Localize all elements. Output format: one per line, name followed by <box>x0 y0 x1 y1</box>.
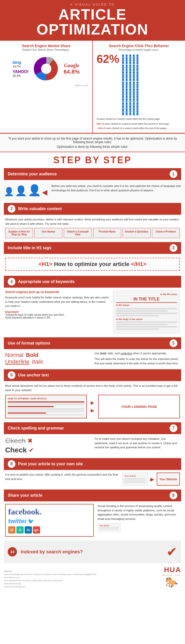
step4-content: Search engines pick up on keywords Keywo… <box>0 288 185 336</box>
step8-header: 8 Post your article to your own site <box>4 458 181 470</box>
step2-number: 2 <box>8 205 15 213</box>
anchor-bar-4 <box>8 408 84 409</box>
linkedin-icon: in <box>25 526 32 534</box>
anchor-article-box: HOW TO OPTIMIZE YOUR ARTICLE <box>5 395 87 418</box>
format-italic: Italic <box>32 358 43 365</box>
s9-line-2 <box>99 528 119 529</box>
twitter-row: twitter 🐦 <box>8 518 91 525</box>
bait-explain: Explain a How to/ Step by Step <box>5 228 33 238</box>
anchor-bar-2 <box>8 403 84 404</box>
header: A VISUAL GUIDE TO ARTICLE OPTIMIZATION <box>0 0 185 41</box>
step3-title: Include title in H1 tags <box>8 246 51 250</box>
header-title: ARTICLE OPTIMIZATION <box>5 7 180 37</box>
pie-labels-left: bing 14.7% YAHOO! 16.3% <box>13 60 29 77</box>
social-icons-row: @ S in g+ <box>8 526 91 534</box>
anchor-bar-3 <box>8 404 84 405</box>
step9-number: 9 <box>170 492 177 499</box>
sources-label: Sources <box>4 570 12 572</box>
x-icon: ✖ <box>27 437 33 444</box>
step6-title: Use anchor text <box>18 373 49 377</box>
bait-solve: Solve a Problem <box>152 228 180 238</box>
step8-title: Post your article to your own site <box>18 462 83 466</box>
step10-section: 10 Indexed by search engines? ✔ <box>4 540 181 563</box>
pie-chart-svg <box>31 53 62 84</box>
step9-body: Social Seeding is the process of showcas… <box>98 504 180 521</box>
art-line-1 <box>124 478 145 479</box>
step-banner-text: STEP BY STEP <box>3 155 182 166</box>
step4-left: Search engines pick up on keywords Keywo… <box>5 290 109 333</box>
source4: www.infovisual.org <box>4 582 21 585</box>
step7-header: Check spelling and grammar 7 <box>4 422 181 434</box>
anchor-bar-5 <box>8 409 84 410</box>
twitter-bird-icon: 🐦 <box>28 518 34 524</box>
pie-chart-area: bing 14.7% YAHOO! 16.3% <box>4 53 88 84</box>
keyword-line-8 <box>116 328 159 330</box>
market-share-subtitle: Explicit Core Search Share. Percentages. <box>4 48 88 51</box>
step4-number: 4 <box>8 278 15 286</box>
google-label: Google 64.8% <box>64 63 80 75</box>
spell-display: Ckech ✖ Check ✔ <box>5 437 91 454</box>
step1-title: Determine your audience <box>8 172 57 176</box>
step9-title: Share your article <box>8 493 42 498</box>
step10-title: Indexed by search engines? <box>21 549 83 555</box>
step6-header: 6 Use anchor text <box>4 369 181 381</box>
step8-left: It is time to publish your article. Afte… <box>5 473 118 486</box>
ctr-subtitle: Percentage of search engine users. <box>97 48 181 51</box>
step4-body: Keywords aren't only helpful for better … <box>5 295 109 308</box>
step5-text: Use bold, italic, and underline when it … <box>95 352 180 365</box>
step3-content: <H1> How to optimize your article </H1> <box>0 254 185 274</box>
step5-header: Use of format options 5 <box>4 337 181 349</box>
step4-important: Important: <box>5 310 109 313</box>
art-line-2 <box>124 479 145 480</box>
facebook-text: facebook. <box>8 507 91 517</box>
stumbleupon-icon: S <box>16 526 24 534</box>
step9-header: Share your article 9 <box>4 490 181 501</box>
keyword-line-6 <box>116 324 168 325</box>
step6-content: Most article directories will let you pl… <box>0 381 185 421</box>
step7-text: Try to make sure you haven't included an… <box>95 437 180 454</box>
ctr-title: Search Engine Click-Thru Behavior <box>97 44 181 48</box>
format-normal: Normal <box>5 352 23 358</box>
step6-number: 6 <box>8 371 15 379</box>
footer: Sources www.searchenginejournal.com/7-re… <box>0 563 185 591</box>
source1: www.searchenginejournal.com/7-reasons-to… <box>4 573 96 576</box>
step7-body: Try to make sure you haven't included an… <box>95 437 180 450</box>
step8-number: 8 <box>8 460 15 468</box>
wrong-word: Ckech <box>5 437 25 445</box>
step5-content: Normal Bold Underline Italic Use bold, i… <box>0 349 185 368</box>
step7-content: Ckech ✖ Check ✔ Try to make sure you hav… <box>0 434 185 457</box>
bait-answer: Answer a Question <box>123 228 151 238</box>
keyword-body-label: In the body of the article <box>116 318 177 321</box>
step7-number: 7 <box>170 424 177 432</box>
quote-followup: Optimization is done by following these … <box>5 145 180 149</box>
step2-intro: Whatever your article promises, deliver … <box>5 217 180 226</box>
arrow-2: ▶ <box>91 408 94 413</box>
check-icon: ✔ <box>29 446 34 454</box>
step4-point2: Good keyword saturation is about 1-3%. <box>5 316 109 319</box>
article-mockup: Your Article <box>122 473 148 486</box>
arrows-container: ▶ ▶ <box>91 395 94 418</box>
ctr-first-desc: of users clicked on a search result with… <box>97 117 181 121</box>
step7-title: Check spelling and grammar <box>8 426 64 431</box>
step5-format-display: Normal Bold Underline Italic <box>5 352 91 365</box>
stats-row: Search Engine Market Share Explicit Core… <box>0 41 185 134</box>
h1-display: <H1> How to optimize your article </H1> <box>5 258 180 271</box>
landing-title: YOUR LANDING PAGE <box>121 405 157 409</box>
anchor-bar-6 <box>8 411 84 411</box>
step4-right: In the file name IN THE TITLE In the tea… <box>113 290 180 333</box>
market-share-title: Search Engine Market Share <box>4 44 88 48</box>
keyword-line-4 <box>116 315 159 316</box>
yahoo-label: YAHOO! 16.3% <box>13 70 29 77</box>
keyword-teaser-label: In the teaser <box>116 304 177 306</box>
anchor-demo: HOW TO OPTIMIZE YOUR ARTICLE ▶ ▶ YOUR LA… <box>5 395 180 418</box>
format-underline: Underline <box>5 358 29 365</box>
step1-header: Determine your audience 1 <box>4 168 181 180</box>
source2: www.eliance.com <box>4 576 20 579</box>
keyword-line-1 <box>116 308 177 310</box>
step9-article-label: Your Article <box>99 525 119 527</box>
anchor-bar-red2 <box>8 413 46 414</box>
arrow-1: ▶ <box>91 400 94 406</box>
step4-intro: Search engines pick up on keywords <box>5 290 109 294</box>
step5-title: Use of format options <box>8 341 50 346</box>
step5-body: This will allow the reader to scan the a… <box>95 357 180 365</box>
